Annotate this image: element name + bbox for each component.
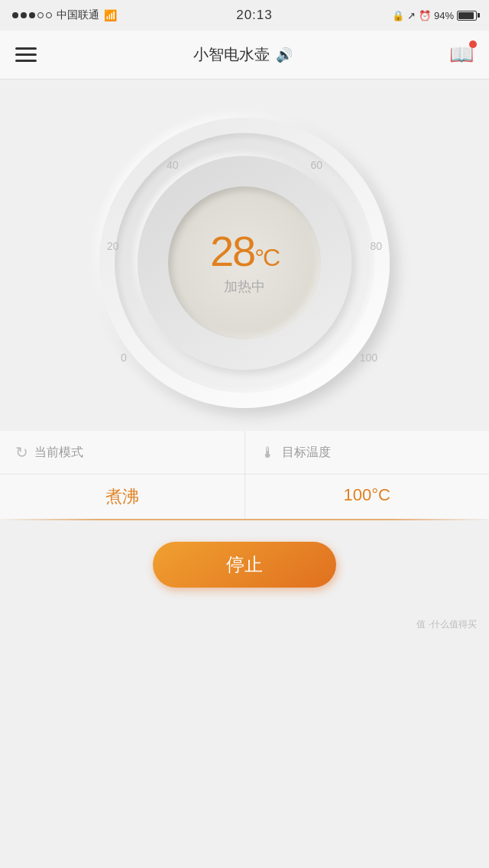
info-header-row: ↻ 当前模式 🌡 目标温度: [0, 431, 489, 474]
target-label: 目标温度: [282, 445, 331, 461]
thermometer-icon: 🌡: [261, 444, 276, 462]
nav-bar: 小智电水壶 🔊 📖: [0, 31, 489, 79]
tick-20: 20: [107, 240, 119, 252]
alarm-icon: ⏰: [419, 10, 431, 21]
battery-text: 94%: [434, 10, 454, 21]
stop-button[interactable]: 停止: [153, 542, 336, 588]
book-button[interactable]: 📖: [449, 43, 474, 66]
tick-60: 60: [310, 159, 322, 171]
target-value: 100°C: [344, 485, 390, 504]
temperature-value: 28: [210, 227, 254, 275]
temperature-display: 28°C: [210, 230, 279, 273]
tick-40: 40: [167, 159, 179, 171]
location-icon: ↗: [407, 10, 416, 21]
lock-icon: 🔒: [392, 10, 404, 21]
mode-label: 当前模式: [34, 445, 83, 461]
info-panel: ↻ 当前模式 🌡 目标温度 煮沸 100°C: [0, 431, 489, 519]
heating-status: 加热中: [224, 277, 265, 296]
status-time: 20:13: [236, 8, 273, 23]
nav-title-wrap: 小智电水壶 🔊: [193, 44, 293, 65]
temperature-unit: °C: [254, 244, 279, 271]
info-values-row: 煮沸 100°C: [0, 474, 489, 519]
tick-100: 100: [360, 351, 377, 364]
tick-0: 0: [121, 351, 127, 364]
menu-button[interactable]: [15, 47, 37, 62]
mode-header[interactable]: ↻ 当前模式: [0, 431, 245, 474]
tick-80: 80: [370, 240, 382, 252]
nav-title: 小智电水壶: [193, 44, 270, 65]
status-bar: 中国联通 📶 20:13 🔒 ↗ ⏰ 94%: [0, 0, 489, 31]
carrier-text: 中国联通: [57, 8, 99, 22]
refresh-icon: ↻: [15, 443, 28, 462]
watermark-area: 值 ·什么值得买: [0, 618, 489, 646]
battery-icon: [457, 11, 477, 21]
hamburger-line-3: [15, 60, 37, 62]
target-header[interactable]: 🌡 目标温度: [245, 431, 490, 474]
target-value-col[interactable]: 100°C: [245, 474, 490, 519]
mode-value-col[interactable]: 煮沸: [0, 474, 245, 519]
hamburger-line-2: [15, 53, 37, 56]
main-content: 28°C 加热中 0 20 40 60 80 100 ↻ 当前模式: [0, 79, 489, 646]
wifi-icon: 📶: [104, 9, 117, 21]
dial-outer[interactable]: 28°C 加热中 0 20 40 60 80 100: [99, 118, 390, 408]
stop-section: 停止: [0, 519, 489, 618]
notification-dot: [469, 40, 477, 48]
status-left: 中国联通 📶: [12, 8, 117, 22]
sound-icon: 🔊: [276, 47, 293, 63]
dial-center: 28°C 加热中: [168, 186, 321, 339]
hamburger-line-1: [15, 47, 37, 50]
dial-container: 28°C 加热中 0 20 40 60 80 100: [0, 95, 489, 423]
watermark-text: 值 ·什么值得买: [416, 618, 477, 631]
mode-value: 煮沸: [105, 487, 139, 506]
status-right: 🔒 ↗ ⏰ 94%: [392, 10, 477, 21]
signal-icon: [12, 12, 52, 18]
